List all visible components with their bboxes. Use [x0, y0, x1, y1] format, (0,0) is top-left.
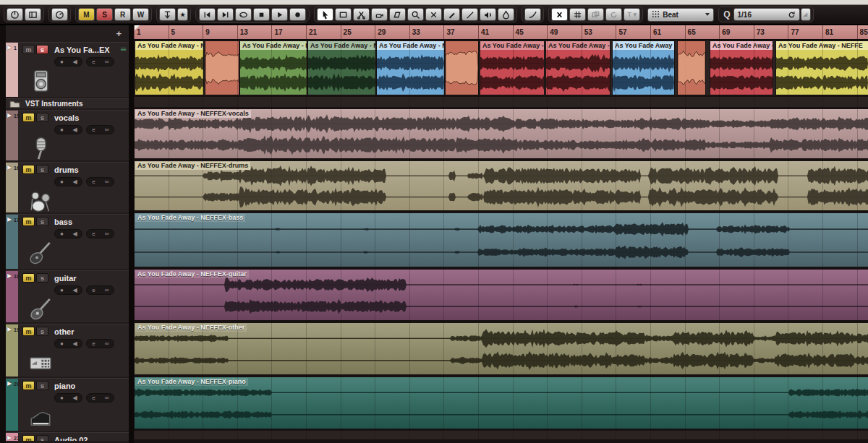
track-mute-button[interactable]: m: [22, 45, 35, 54]
snap-button[interactable]: [551, 8, 568, 21]
track-name[interactable]: guitar: [54, 274, 77, 283]
track-expand-arrow[interactable]: ▶: [7, 44, 12, 51]
track-solo-button[interactable]: s: [36, 273, 48, 283]
audio-clip-bass[interactable]: As You Fade Away - NEFFEX-bass: [134, 212, 868, 267]
track-row-other[interactable]: ▶19msother●◀e∞: [6, 324, 129, 377]
track-color-strip[interactable]: ▶15: [6, 111, 18, 160]
track-edit-button[interactable]: e: [90, 231, 98, 237]
track-expand-arrow[interactable]: ▶: [7, 380, 12, 387]
track-row-guitar[interactable]: ▶18msguitar●◀e∞: [6, 270, 129, 322]
track-record-button[interactable]: ●: [58, 59, 66, 65]
stop-button[interactable]: [253, 8, 270, 21]
mute-all-button[interactable]: M: [78, 8, 95, 21]
audio-clip-piano[interactable]: As You Fade Away - NEFFEX-piano: [134, 377, 868, 429]
track-monitor-button[interactable]: ◀: [71, 341, 79, 347]
track-edit-button[interactable]: e: [90, 59, 98, 65]
erase-tool[interactable]: [389, 8, 406, 21]
play-button[interactable]: [271, 8, 288, 21]
track-row-audio-02[interactable]: ▶21msAudio 02: [6, 432, 129, 441]
track-monitor-button[interactable]: ◀: [71, 395, 79, 401]
goto-end-button[interactable]: [217, 8, 234, 21]
grid-type-button[interactable]: [605, 8, 622, 21]
panel-divider[interactable]: [129, 25, 134, 443]
track-name[interactable]: other: [54, 327, 75, 336]
instrument-clip[interactable]: As You Fade Away - NE: [710, 40, 773, 95]
track-solo-button[interactable]: s: [36, 165, 48, 174]
range-tool[interactable]: [335, 8, 352, 21]
track-expand-arrow[interactable]: ▶: [7, 112, 12, 119]
track-solo-button[interactable]: s: [36, 217, 48, 226]
track-name[interactable]: vocals: [54, 113, 79, 122]
grid-mode-dropdown[interactable]: Beat: [647, 8, 714, 22]
track-color-strip[interactable]: ▶19: [6, 324, 18, 377]
record-button[interactable]: [289, 8, 306, 21]
cycle-button[interactable]: [235, 8, 252, 21]
grid-button[interactable]: [569, 8, 586, 21]
activate-project-button[interactable]: [7, 8, 23, 21]
track-edit-button[interactable]: e: [90, 179, 98, 185]
instrument-clip[interactable]: As You Fade Away - NEFFE: [775, 40, 868, 95]
track-link-button[interactable]: ∞: [103, 395, 111, 401]
audio-clip-vocals[interactable]: As You Fade Away - NEFFEX-vocals: [134, 108, 868, 159]
track-expand-arrow[interactable]: ▶: [7, 272, 12, 279]
write-automation-button[interactable]: W: [132, 8, 149, 21]
track-solo-button[interactable]: s: [36, 381, 48, 390]
track-row-vocals[interactable]: ▶15msvocals●◀e∞: [6, 110, 129, 160]
goto-start-button[interactable]: [199, 8, 216, 21]
track-solo-button[interactable]: s: [36, 45, 48, 54]
track-expand-arrow[interactable]: ▶: [7, 164, 12, 171]
track-solo-button[interactable]: s: [36, 327, 48, 336]
audio-clip-other[interactable]: As You Fade Away - NEFFEX-other: [134, 322, 868, 375]
track-mute-button[interactable]: m: [22, 165, 35, 174]
select-tool[interactable]: [317, 8, 333, 21]
track-record-button[interactable]: ●: [58, 288, 66, 293]
glue-tool[interactable]: [371, 8, 388, 21]
track-name[interactable]: drums: [54, 165, 79, 174]
track-mute-button[interactable]: m: [22, 435, 35, 441]
timeline-ruler[interactable]: 1591317212529333741454953576165697377818…: [134, 25, 868, 40]
track-edit-button[interactable]: e: [90, 395, 98, 401]
instrument-clip[interactable]: As You Fade Away - NE: [480, 40, 545, 95]
track-row-as-you-fa-ex[interactable]: ▶1msAs You Fa...EX≡≡●◀e∞: [6, 42, 129, 97]
track-name[interactable]: Audio 02: [54, 436, 88, 442]
track-expand-arrow[interactable]: ▶: [7, 326, 12, 332]
track-mute-button[interactable]: m: [22, 113, 35, 122]
instrument-clip[interactable]: [677, 40, 706, 95]
track-name[interactable]: bass: [54, 218, 72, 226]
solo-all-button[interactable]: S: [96, 8, 113, 21]
track-monitor-button[interactable]: ◀: [71, 179, 79, 185]
track-edit-button[interactable]: e: [90, 341, 98, 347]
instrument-clip[interactable]: As You Fade Away - NE: [135, 40, 204, 95]
track-color-strip[interactable]: ▶16: [6, 163, 18, 212]
setup-window-layout-button[interactable]: [25, 8, 41, 21]
snap-type-button[interactable]: [587, 8, 604, 21]
track-row-piano[interactable]: ▶20mspiano●◀e∞: [6, 378, 129, 431]
color-tool[interactable]: [498, 8, 514, 21]
track-monitor-button[interactable]: ◀: [71, 288, 79, 293]
instrument-clip[interactable]: [445, 40, 479, 95]
track-link-button[interactable]: ∞: [103, 341, 111, 347]
track-mute-button[interactable]: m: [22, 217, 35, 226]
track-record-button[interactable]: ●: [58, 231, 66, 237]
add-track-button[interactable]: +: [116, 28, 122, 39]
track-color-strip[interactable]: ▶17: [6, 215, 18, 269]
track-row-bass[interactable]: ▶17msbass●◀e∞: [6, 214, 129, 269]
fade-curve-button[interactable]: [524, 8, 541, 21]
track-monitor-button[interactable]: ◀: [71, 231, 79, 237]
autoscroll-options-button[interactable]: ★: [177, 8, 188, 21]
track-record-button[interactable]: ●: [58, 341, 66, 347]
line-tool[interactable]: [461, 8, 478, 21]
instrument-clip[interactable]: As You Fade Away - NE: [239, 40, 307, 95]
mute-tool[interactable]: [425, 8, 442, 21]
track-link-button[interactable]: ∞: [103, 127, 111, 133]
track-solo-button[interactable]: s: [36, 113, 48, 122]
track-color-strip[interactable]: ▶20: [6, 379, 18, 431]
instrument-clip[interactable]: As You Fade Away - NE: [376, 40, 445, 95]
audio-clip-guitar[interactable]: As You Fade Away - NEFFEX-guitar: [134, 269, 868, 321]
zoom-tool[interactable]: [407, 8, 424, 21]
track-row-drums[interactable]: ▶16msdrums●◀e∞: [6, 162, 129, 212]
track-mute-button[interactable]: m: [22, 273, 35, 283]
track-color-strip[interactable]: ▶21: [6, 433, 18, 441]
track-row-folder[interactable]: VST Instruments: [6, 98, 129, 108]
track-name[interactable]: piano: [54, 382, 75, 390]
